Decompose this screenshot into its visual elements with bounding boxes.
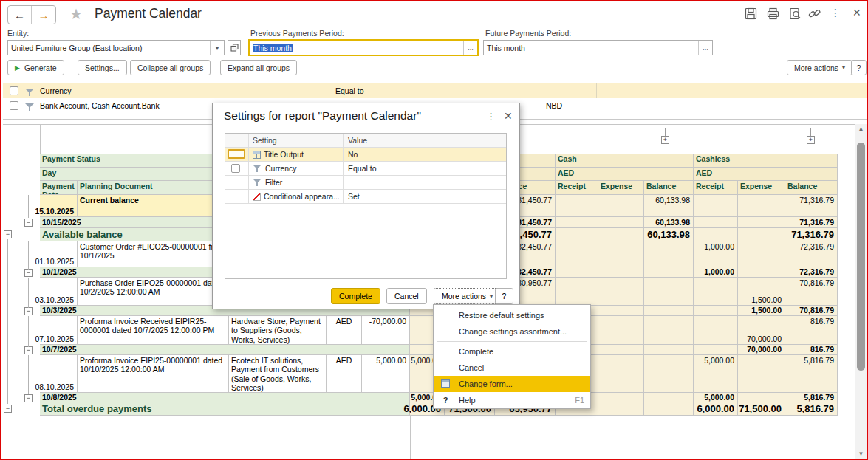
- row-group-label[interactable]: 10/8/2025: [40, 393, 410, 402]
- cell-cExp[interactable]: [598, 345, 644, 355]
- cell-clRec[interactable]: [694, 217, 738, 228]
- cell-clRec[interactable]: [694, 345, 738, 355]
- cell-planning-document[interactable]: Current balance: [78, 195, 229, 217]
- cell-clExp[interactable]: 70,000.00: [738, 316, 785, 345]
- cell-clRec[interactable]: [694, 316, 738, 345]
- tree-collapse-icon[interactable]: −: [24, 307, 33, 315]
- cell-clExp[interactable]: [738, 393, 785, 402]
- menu-item-cancel[interactable]: Cancel: [434, 360, 590, 376]
- cell-cExp[interactable]: [598, 217, 644, 228]
- cell-clExp[interactable]: [738, 228, 785, 241]
- cancel-button[interactable]: Cancel: [386, 288, 427, 304]
- cell-clExp[interactable]: 1,500.00: [738, 278, 785, 306]
- cell-clBal[interactable]: 71,316.79: [785, 228, 838, 241]
- cell-payment-date[interactable]: 15.10.2025: [40, 195, 78, 217]
- cell-cExp[interactable]: [598, 402, 644, 416]
- cell-cBal[interactable]: [644, 306, 694, 316]
- cell-clBal[interactable]: 71,316.79: [785, 217, 838, 228]
- cell-clRec[interactable]: [694, 195, 738, 217]
- cell-clBal[interactable]: 5,816.79: [785, 355, 838, 393]
- cell-cExp[interactable]: [598, 267, 644, 278]
- tree-collapse-icon[interactable]: −: [24, 219, 33, 227]
- menu-item-help[interactable]: ?HelpF1: [434, 392, 590, 408]
- cell-clExp[interactable]: 71,500.00: [738, 402, 785, 416]
- tree-collapse-icon[interactable]: −: [24, 346, 33, 354]
- cell-currency[interactable]: AED: [327, 355, 362, 393]
- cell-counterparty[interactable]: Ecotech IT solutions, Payment from Custo…: [229, 355, 327, 393]
- complete-button[interactable]: Complete: [331, 288, 380, 304]
- cell-cBal[interactable]: 60,133.98: [644, 217, 694, 228]
- row-group-label[interactable]: Total overdue payments: [40, 402, 410, 416]
- cell-amount[interactable]: -70,000.00: [362, 316, 410, 345]
- settings-row[interactable]: CurrencyEqual to: [225, 162, 506, 176]
- scrollbar-thumb[interactable]: [857, 143, 865, 371]
- scroll-up-icon[interactable]: ▲: [855, 126, 867, 132]
- cell-cExp[interactable]: [598, 195, 644, 217]
- col-group-expand-cash[interactable]: +: [661, 136, 669, 144]
- cell-clRec[interactable]: 6,000.00: [694, 402, 738, 416]
- tree-collapse-icon[interactable]: −: [24, 394, 33, 402]
- cell-clRec[interactable]: [694, 306, 738, 316]
- cell-cBal[interactable]: [644, 355, 694, 393]
- cell-clBal[interactable]: 72,316.79: [785, 267, 838, 278]
- cell-clExp[interactable]: [738, 241, 785, 267]
- cell-counterparty[interactable]: Hardware Store, Payment to Suppliers (Go…: [229, 316, 327, 345]
- cell-clBal[interactable]: 5,816.79: [785, 393, 838, 402]
- cell-clRec[interactable]: 1,000.00: [694, 267, 738, 278]
- cell-planning-document[interactable]: Purchase Order EIPO25-00000001 dated 10/…: [78, 278, 229, 306]
- cell-clExp[interactable]: 1,500.00: [738, 306, 785, 316]
- cell-cExp[interactable]: [598, 316, 644, 345]
- cell-clBal[interactable]: 72,316.79: [785, 241, 838, 267]
- cell-clExp[interactable]: [738, 217, 785, 228]
- cell-planning-document[interactable]: Proforma Invoice Received EIPIR25-000000…: [78, 316, 229, 345]
- tree-collapse-icon[interactable]: −: [4, 230, 12, 238]
- cell-cBal[interactable]: [644, 278, 694, 306]
- cell-clExp[interactable]: 70,000.00: [738, 345, 785, 355]
- cell-cExp[interactable]: [598, 241, 644, 267]
- cell-cBal[interactable]: [644, 345, 694, 355]
- cell-clRec[interactable]: [694, 228, 738, 241]
- cell-cBal[interactable]: [644, 241, 694, 267]
- setting-checkbox[interactable]: [231, 164, 240, 173]
- cell-clRec[interactable]: [694, 278, 738, 306]
- cell-cRec[interactable]: [556, 217, 598, 228]
- cell-cExp[interactable]: [598, 355, 644, 393]
- cell-clExp[interactable]: [738, 355, 785, 393]
- cell-cBal[interactable]: 60,133.98: [644, 195, 694, 217]
- cell-cRec[interactable]: [556, 241, 598, 267]
- dialog-help-button[interactable]: ?: [495, 288, 513, 304]
- cell-cBal[interactable]: [644, 316, 694, 345]
- cell-cBal[interactable]: [644, 402, 694, 416]
- cell-amount[interactable]: 5,000.00: [362, 355, 410, 393]
- dialog-close-icon[interactable]: ✕: [504, 110, 513, 122]
- cell-cExp[interactable]: [598, 278, 644, 306]
- cell-payment-date[interactable]: 08.10.2025: [40, 355, 78, 393]
- cell-cRec[interactable]: [556, 278, 598, 306]
- menu-item-restore-default-settings[interactable]: Restore default settings: [434, 307, 590, 323]
- cell-planning-document[interactable]: Customer Order #EICO25-00000001 from 10/…: [78, 241, 229, 267]
- scroll-down-icon[interactable]: ▼: [855, 450, 867, 457]
- cell-clBal[interactable]: 5,816.79: [785, 402, 838, 416]
- settings-row[interactable]: Conditional appeara...Set: [225, 190, 506, 204]
- cell-clRec[interactable]: 5,000.00: [694, 355, 738, 393]
- dialog-more-actions-button[interactable]: More actions▾: [434, 288, 501, 304]
- menu-item-complete[interactable]: Complete: [434, 343, 590, 360]
- cell-clBal[interactable]: 816.79: [785, 316, 838, 345]
- cell-payment-date[interactable]: 01.10.2025: [40, 241, 78, 267]
- menu-item-change-form[interactable]: Change form...: [434, 376, 590, 392]
- settings-row[interactable]: Title OutputNo: [225, 148, 506, 162]
- cell-clBal[interactable]: 70,816.79: [785, 306, 838, 316]
- row-group-label[interactable]: 10/7/2025: [40, 345, 410, 355]
- tree-collapse-icon[interactable]: −: [4, 405, 12, 413]
- cell-clRec[interactable]: 5,000.00: [694, 393, 738, 402]
- cell-currency[interactable]: AED: [327, 316, 362, 345]
- col-group-expand-cashless[interactable]: +: [807, 136, 815, 144]
- cell-cRec[interactable]: [556, 228, 598, 241]
- cell-payment-date[interactable]: 03.10.2025: [40, 278, 78, 306]
- cell-cExp[interactable]: [598, 306, 644, 316]
- cell-clExp[interactable]: [738, 195, 785, 217]
- menu-item-change-settings-assortment[interactable]: Change settings assortment...: [434, 323, 590, 340]
- dialog-kebab-icon[interactable]: ⋮: [486, 111, 496, 122]
- cell-cBal[interactable]: [644, 267, 694, 278]
- cell-cBal[interactable]: [644, 393, 694, 402]
